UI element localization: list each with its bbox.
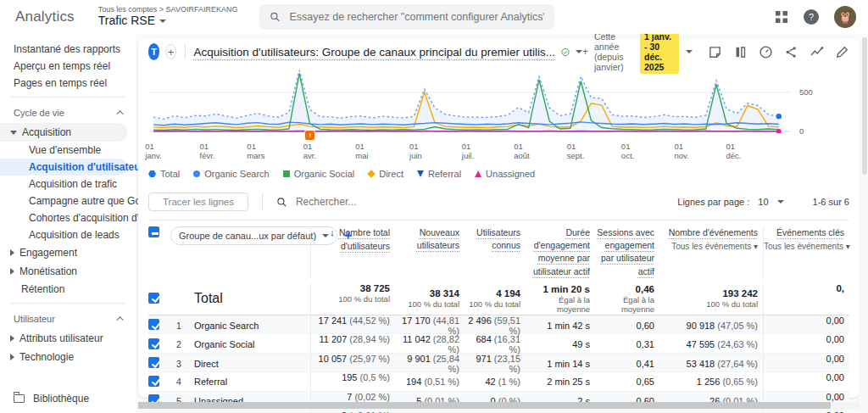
sidebar-section-cycle-de-vie[interactable]: Cycle de vie (0, 103, 136, 123)
row-checkbox[interactable] (148, 376, 159, 387)
legend-item-direct[interactable]: Direct (368, 169, 403, 179)
sidebar: Instantané des rapports Aperçu en temps … (0, 34, 136, 413)
horizontal-scrollbar[interactable] (138, 402, 860, 409)
row-rank: 4 (170, 377, 187, 387)
vertical-scrollbar[interactable] (862, 37, 867, 175)
sidebar-item-bibliotheque[interactable]: Bibliothèque (14, 393, 89, 405)
sidebar-item-acquisition-leads[interactable]: Acquisition de leads (0, 226, 136, 243)
chevron-down-icon[interactable] (777, 200, 784, 204)
help-icon[interactable]: ? (804, 9, 819, 25)
report-type-badge[interactable]: T (148, 43, 159, 60)
cell-value: 17 170 (44,81 %) (395, 315, 465, 336)
sidebar-section-utilisateur[interactable]: Utilisateur (0, 309, 136, 329)
sidebar-item-retention[interactable]: Rétention (0, 281, 136, 298)
x-tick: 01janv. (145, 142, 161, 161)
avatar[interactable]: 🦉 (834, 6, 856, 28)
row-select-cell (148, 293, 170, 305)
column-header[interactable]: Nombre d'événementsTous les événements ▾ (659, 226, 763, 254)
analytics-logo: Analytics (15, 8, 75, 25)
circle-marker-icon (193, 170, 200, 177)
row-rank: 1 (170, 321, 187, 331)
select-all-checkbox[interactable] (148, 226, 159, 237)
sidebar-item-cohortes[interactable]: Cohortes d'acquisition d'ut... (0, 209, 136, 226)
sidebar-group-technologie[interactable]: Technologie (0, 348, 136, 366)
cell-value: 9 901 (25,84 %) (395, 354, 465, 374)
column-header[interactable]: Événements clésTous les événements ▾ (763, 226, 849, 278)
sidebar-item-vue-densemble[interactable]: Vue d'ensemble (0, 142, 136, 159)
sidebar-item-apercu-temps-reel[interactable]: Aperçu en temps réel (0, 58, 136, 75)
cell-value: 11 207 (28,94 %) (310, 334, 395, 354)
anomaly-marker-icon[interactable]: ! (304, 130, 315, 141)
sidebar-item-instantane[interactable]: Instantané des rapports (0, 41, 136, 58)
column-header[interactable]: Sessions avecengagementpar utilisateurac… (595, 226, 659, 278)
library-icon (14, 394, 25, 403)
triangle-down-marker-icon (417, 170, 424, 177)
add-comparison-button[interactable]: + (165, 44, 176, 59)
timeseries-chart[interactable]: 500 0 ! (148, 67, 849, 135)
column-header[interactable]: Duréed'engagementmoyenne parutilisateur … (526, 226, 595, 278)
chevron-up-icon (116, 316, 123, 323)
property-name: Trafic RSE (98, 14, 155, 27)
check-circle-icon (561, 46, 570, 59)
total-value: 38 314100 % du total (395, 288, 465, 309)
cell-value: 10 057 (25,97 %) (310, 354, 395, 374)
channel-name: Referral (187, 377, 310, 387)
cell-value: 194 (0,51 %) (395, 377, 465, 387)
edit-icon[interactable] (835, 45, 849, 59)
sidebar-group-attributs-utilisateur[interactable]: Attributs utilisateur (0, 329, 136, 348)
y-axis-label-0: 0 (799, 126, 804, 136)
table-search[interactable] (276, 196, 465, 208)
legend-item-unassigned[interactable]: Unassigned (475, 169, 535, 179)
collapsed-arrow-icon (10, 335, 14, 342)
data-table: Groupe de canau...ux par défaut)+↓ Nombr… (148, 220, 849, 413)
x-tick: 01févr. (200, 142, 215, 161)
column-header[interactable]: Utilisateursconnus (465, 226, 526, 252)
legend-item-organic-search[interactable]: Organic Search (193, 169, 269, 179)
scrollbar-thumb[interactable] (138, 402, 831, 409)
table-row: 1Organic Search17 241 (44,52 %)17 170 (4… (148, 315, 849, 335)
explore-icon[interactable] (810, 45, 824, 59)
plot-rows-button[interactable]: Tracer les lignes (148, 193, 248, 211)
customize-report-button[interactable]: + (576, 46, 588, 58)
report-title[interactable]: Acquisition d'utilisateurs: Groupe de ca… (194, 46, 556, 59)
cell-value: 0,00 (763, 354, 849, 374)
legend-item-total[interactable]: Total (148, 169, 180, 179)
compare-icon[interactable] (733, 45, 748, 59)
rows-per-page-label: Lignes par page : (677, 197, 749, 207)
global-search[interactable] (259, 4, 554, 30)
x-tick: 01août (514, 142, 530, 161)
row-select-cell (148, 357, 170, 370)
sidebar-group-monetisation[interactable]: Monétisation (0, 262, 136, 281)
share-icon[interactable] (784, 45, 798, 59)
diamond-marker-icon (367, 170, 376, 178)
global-search-input[interactable] (289, 11, 544, 23)
legend-item-referral[interactable]: Referral (417, 169, 461, 179)
sidebar-group-engagement[interactable]: Engagement (0, 243, 136, 262)
select-all-cell (148, 226, 170, 239)
row-checkbox[interactable] (148, 293, 159, 304)
column-header[interactable]: Nouveauxutilisateurs (395, 226, 465, 252)
rows-per-page-value[interactable]: 10 (758, 197, 768, 207)
property-selector[interactable]: Tous les comptes > SAVOIRFAIREKANG Trafi… (98, 6, 238, 27)
table-search-input[interactable] (296, 196, 465, 208)
sidebar-group-acquisition[interactable]: Acquisition (0, 123, 127, 142)
note-icon[interactable] (708, 45, 722, 59)
row-checkbox[interactable] (148, 319, 159, 330)
cell-value: 42 (1 %) (465, 377, 526, 387)
row-checkbox[interactable] (148, 357, 159, 368)
x-tick: 01juil. (462, 142, 474, 161)
row-select-cell (148, 376, 170, 388)
legend-item-organic-social[interactable]: Organic Social (283, 169, 355, 179)
sidebar-item-acquisition-trafic[interactable]: Acquisition de trafic (0, 176, 136, 193)
insights-speed-icon[interactable] (759, 45, 773, 59)
column-header[interactable]: ↓ Nombre totald'utilisateurs (310, 226, 395, 278)
date-preset-label: Cette année (depuis janvier) (594, 31, 633, 72)
sidebar-item-campagne[interactable]: Campagne autre que Goo... (0, 193, 136, 209)
chevron-down-icon[interactable] (686, 50, 693, 53)
sidebar-item-acquisition-utilisateurs[interactable]: Acquisition d'utilisateurs (0, 159, 127, 176)
channel-name: Direct (187, 359, 310, 369)
row-checkbox[interactable] (148, 338, 159, 349)
sidebar-item-pages-temps-reel[interactable]: Pages en temps réel (0, 75, 136, 92)
x-axis: 01janv.01févr.01mars01avr.01mai01juin01j… (148, 142, 849, 164)
apps-grid-icon[interactable] (775, 10, 788, 24)
